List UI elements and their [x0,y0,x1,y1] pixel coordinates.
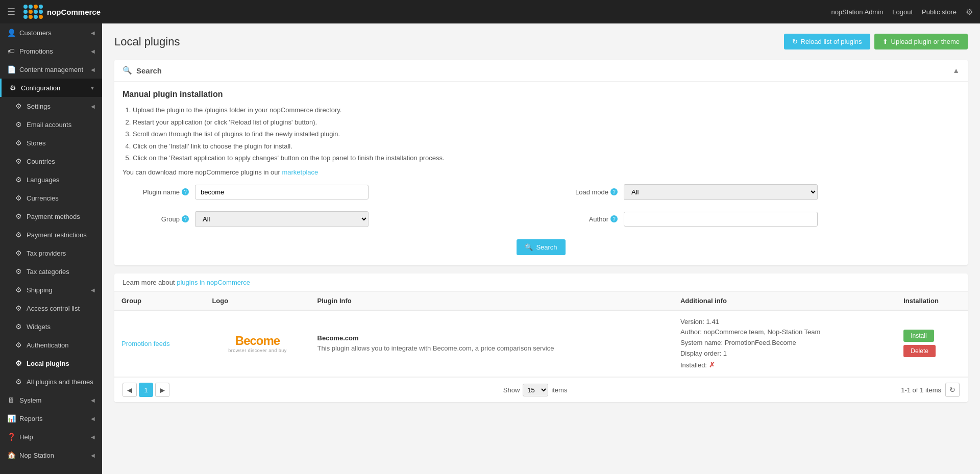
sidebar-item-widgets[interactable]: ⚙ Widgets [0,317,102,336]
sidebar-label-auth: Authentication [27,341,95,349]
sidebar-item-settings[interactable]: ⚙ Settings ◀ [0,97,102,115]
upload-plugin-button[interactable]: ⬆ Upload plugin or theme [874,34,968,49]
install-button[interactable]: Install [903,330,934,342]
content-arrow: ◀ [91,67,95,72]
plugins-table-container: Learn more about plugins in nopCommerce … [114,273,968,403]
row-additional-info: Version: 1.41 Author: nopCommerce team, … [673,310,896,377]
col-plugin-info: Plugin Info [310,292,673,310]
public-store-link[interactable]: Public store [922,8,957,16]
upload-btn-label: Upload plugin or theme [891,38,960,45]
promotions-icon: 🏷 [7,47,15,55]
payment-icon: ⚙ [14,212,22,220]
sidebar-item-currencies[interactable]: ⚙ Currencies [0,189,102,207]
row-installation: Install Delete [896,310,968,377]
sidebar-item-help[interactable]: ❓ Help ◀ [0,428,102,446]
search-card: 🔍 Search ▲ Manual plugin installation Up… [114,60,968,265]
admin-label[interactable]: nopStation Admin [831,8,883,16]
customers-arrow: ◀ [91,30,95,36]
install-actions: Install Delete [903,330,961,357]
settings-gear-icon[interactable]: ⚙ [966,7,973,17]
sidebar-item-nop-station[interactable]: 🏠 Nop Station ◀ [0,446,102,464]
group-help-icon[interactable]: ? [182,215,189,222]
settings-icon: ⚙ [14,102,22,110]
group-label: Group ? [122,215,189,223]
group-select[interactable]: All Payment methods Shipping rate comput… [195,211,369,227]
sidebar-item-authentication[interactable]: ⚙ Authentication [0,336,102,354]
sidebar-item-email-accounts[interactable]: ⚙ Email accounts [0,115,102,134]
search-button[interactable]: 🔍 Search [517,239,565,255]
sidebar-label-nop-station: Nop Station [19,452,87,459]
items-label: items [551,386,567,394]
plugin-desc: This plugin allows you to integrate with… [317,344,666,353]
installed-info: Installed: ✗ [680,359,889,371]
sidebar-item-system[interactable]: 🖥 System ◀ [0,391,102,409]
plugin-name-label: Plugin name ? [122,188,189,196]
search-header-icon: 🔍 [122,66,132,75]
sidebar-label-local-plugins: Local plugins [27,360,95,367]
sidebar-item-configuration[interactable]: ⚙ Configuration ▼ [0,79,102,97]
sidebar-item-promotions[interactable]: 🏷 Promotions ◀ [0,42,102,60]
sidebar-item-customers[interactable]: 👤 Customers ◀ [0,23,102,42]
search-card-header[interactable]: 🔍 Search ▲ [114,60,968,82]
learn-more-link[interactable]: plugins in nopCommerce [177,279,250,286]
page-header: Local plugins ↻ Reload list of plugins ⬆… [114,34,968,49]
author-input[interactable] [624,212,818,227]
sidebar-item-tax-providers[interactable]: ⚙ Tax providers [0,244,102,262]
sidebar-label-currencies: Currencies [27,194,95,202]
install-step-4: Click on the 'Install' link to choose th… [133,141,960,152]
page-title: Local plugins [114,35,180,48]
sidebar-item-all-plugins[interactable]: ⚙ All plugins and themes [0,372,102,391]
become-logo: Become browser discover and buy [212,334,303,353]
sidebar-item-shipping[interactable]: ⚙ Shipping ◀ [0,281,102,299]
logout-link[interactable]: Logout [892,8,913,16]
sidebar-item-payment-restrictions[interactable]: ⚙ Payment restrictions [0,226,102,244]
plugin-name-input[interactable] [195,185,369,199]
hamburger-menu[interactable]: ☰ [7,6,15,17]
help-arrow: ◀ [91,434,95,440]
load-mode-help-icon[interactable]: ? [610,188,618,195]
plugin-name-help-icon[interactable]: ? [182,188,189,195]
collapse-arrow-icon: ▲ [952,66,960,74]
sidebar-label-promotions: Promotions [19,47,87,55]
table-row: Promotion feeds Become browser discover … [114,310,968,377]
sidebar-item-stores[interactable]: ⚙ Stores [0,134,102,152]
reload-plugins-button[interactable]: ↻ Reload list of plugins [784,34,870,49]
marketplace-link[interactable]: marketplace [282,168,318,176]
delete-button[interactable]: Delete [903,345,936,357]
search-header-title: Search [136,66,162,75]
load-mode-select[interactable]: All Installed only Not installed only [624,184,818,200]
prev-page-button[interactable]: ◀ [122,383,137,397]
plugin-name: Become.com [317,334,666,342]
show-items-section: Show 7 10 15 20 50 items [503,384,568,396]
learn-more-text: Learn more about [122,279,177,286]
items-count: 1-1 of 1 items [901,386,941,394]
author-help-icon[interactable]: ? [610,215,618,222]
sidebar-item-languages[interactable]: ⚙ Languages [0,170,102,189]
next-page-button[interactable]: ▶ [155,383,169,397]
page-1-button[interactable]: 1 [139,383,153,397]
languages-icon: ⚙ [14,176,22,184]
install-steps: Upload the plugin to the /plugins folder… [122,105,960,163]
sidebar-item-reports[interactable]: 📊 Reports ◀ [0,409,102,428]
sidebar-label-content: Content management [19,66,87,73]
email-icon: ⚙ [14,120,22,129]
promotion-feeds-link[interactable]: Promotion feeds [121,340,170,347]
upload-icon: ⬆ [883,38,888,45]
refresh-button[interactable]: ↻ [945,383,960,397]
config-icon: ⚙ [9,84,17,92]
items-per-page-select[interactable]: 7 10 15 20 50 [523,384,548,396]
sidebar-item-payment-methods[interactable]: ⚙ Payment methods [0,207,102,226]
row-group: Promotion feeds [114,310,205,377]
learn-more-bar: Learn more about plugins in nopCommerce [114,273,968,292]
sidebar-item-content-management[interactable]: 📄 Content management ◀ [0,60,102,79]
installed-value: ✗ [709,361,715,369]
shipping-arrow: ◀ [91,287,95,293]
load-mode-row: Load mode ? All Installed only Not insta… [551,184,960,200]
sidebar-item-countries[interactable]: ⚙ Countries [0,152,102,170]
auth-icon: ⚙ [14,341,22,349]
sidebar-item-acl[interactable]: ⚙ Access control list [0,299,102,317]
shipping-icon: ⚙ [14,286,22,294]
sidebar-item-tax-categories[interactable]: ⚙ Tax categories [0,262,102,281]
sidebar-item-local-plugins[interactable]: ⚙ Local plugins [0,354,102,372]
nop-station-icon: 🏠 [7,451,15,459]
